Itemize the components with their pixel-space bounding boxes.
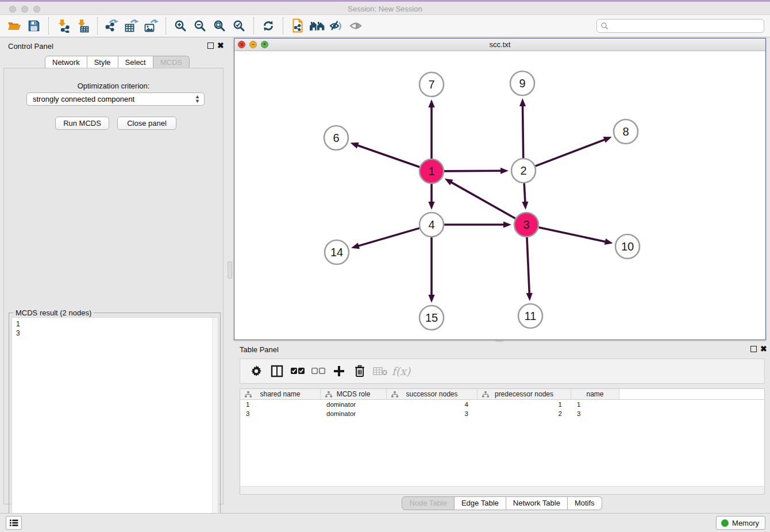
float-panel-icon[interactable] [207,43,214,49]
edge-4-14[interactable] [351,228,419,249]
arrowhead-icon [605,238,613,245]
table-tabs: Node TableEdge TableNetwork TableMotifs [234,496,770,510]
close-panel-button[interactable]: Close panel [117,117,176,130]
graph-node-8[interactable]: 8 [614,119,638,144]
run-mcds-button[interactable]: Run MCDS [55,117,109,130]
close-table-panel-icon[interactable]: ✖ [760,344,767,353]
edge-1-2[interactable] [444,168,509,174]
hide-details-icon[interactable] [327,17,346,35]
arrowhead-icon [428,295,434,303]
split-columns-icon[interactable] [267,361,287,381]
network-title: scc.txt [234,40,765,49]
graph-node-9[interactable]: 9 [510,71,534,95]
list-icon [9,519,18,527]
edge-3-1[interactable] [445,179,515,218]
edge-1-6[interactable] [351,142,420,167]
zoom-out-icon[interactable] [190,17,210,35]
table-row[interactable]: 3dominator323 [240,409,764,418]
table-tab-node-table[interactable]: Node Table [402,496,455,510]
mcds-result-item[interactable]: 1 [16,319,218,329]
node-label: 4 [428,218,434,231]
gear-icon[interactable] [246,361,267,381]
graph-node-14[interactable]: 14 [325,240,349,264]
graph-node-3[interactable]: 3 [514,213,538,237]
export-table-icon[interactable] [122,17,141,35]
table-tab-edge-table[interactable]: Edge Table [455,496,506,510]
network-window-titlebar[interactable]: x – + scc.txt [234,38,765,51]
show-details-icon[interactable] [346,17,366,35]
edge-3-11[interactable] [526,237,533,301]
graph-node-1[interactable]: 1 [419,159,444,183]
search-input[interactable] [609,21,764,31]
zoom-selected-icon[interactable] [229,17,249,35]
cell-name: 1 [571,400,619,409]
graph-node-4[interactable]: 4 [419,213,444,237]
edge-2-9[interactable] [519,98,526,158]
zoom-in-icon[interactable] [171,17,190,35]
cell-name: 3 [571,409,619,418]
import-network-icon[interactable] [53,17,73,35]
node-label: 14 [330,246,343,259]
column-header-mcds-role[interactable]: MCDS role [321,389,387,399]
graph-node-6[interactable]: 6 [324,126,348,150]
edge-1-4[interactable] [428,184,434,210]
open-file-icon[interactable] [5,17,24,35]
network-view-window: x – + scc.txt 1234678910111415 [234,38,766,340]
edge-3-10[interactable] [539,228,613,245]
edge-2-8[interactable] [536,137,612,166]
cell-mcds-role: dominator [321,400,387,409]
refresh-layout-icon[interactable] [259,17,278,35]
vertical-splitter-handle[interactable] [228,261,232,279]
float-table-panel-icon[interactable] [750,346,757,352]
import-table-icon[interactable] [73,17,93,35]
first-neighbors-icon[interactable] [307,17,327,35]
save-session-icon[interactable] [24,17,44,35]
graph-node-7[interactable]: 7 [419,72,444,97]
edge-4-3[interactable] [444,221,511,228]
mcds-result-group: MCDS result (2 nodes) 13 [9,313,221,531]
graph-node-2[interactable]: 2 [511,159,536,183]
mcds-panel: Optimization criterion: strongly connect… [3,68,224,504]
mcds-result-list[interactable]: 13 [11,317,218,529]
cell-shared-name: 1 [240,400,321,409]
column-header-name[interactable]: name [571,389,619,399]
memory-button[interactable]: Memory [716,516,765,530]
graph-node-11[interactable]: 11 [518,304,542,328]
arrowhead-icon [351,242,360,249]
network-from-selection-icon[interactable] [288,17,307,35]
table-scrollbar-track[interactable] [240,486,764,494]
graph-node-10[interactable]: 10 [615,234,640,259]
column-header-shared-name[interactable]: shared name [240,389,321,399]
table-row[interactable]: 1dominator411 [240,400,764,409]
optimization-criterion-label: Optimization criterion: [4,82,223,90]
export-network-icon[interactable] [102,17,122,35]
table-tab-motifs[interactable]: Motifs [568,496,602,510]
task-history-button[interactable] [6,516,22,530]
close-panel-icon[interactable]: ✖ [217,41,224,50]
export-image-icon[interactable] [141,17,161,35]
column-label: MCDS role [337,390,371,398]
graph-node-15[interactable]: 15 [419,306,444,330]
node-label: 1 [428,165,434,178]
zoom-fit-icon[interactable] [210,17,229,35]
column-header-successor-nodes[interactable]: successor nodes [387,389,478,399]
edge-1-7[interactable] [428,99,434,159]
toolbar-separator [165,17,166,34]
optimization-criterion-select[interactable]: strongly connected component ▲▼ [26,92,205,106]
table-tab-network-table[interactable]: Network Table [506,496,568,510]
session-title: Session: New Session [0,5,770,13]
control-panel-title: Control Panel [8,42,53,51]
result-scrollbar[interactable] [212,318,218,528]
mcds-result-item[interactable]: 3 [16,329,218,338]
edge-4-15[interactable] [428,237,434,303]
column-header-predecessor-nodes[interactable]: predecessor nodes [478,389,571,399]
cell-mcds-role: dominator [321,409,387,418]
deselect-all-icon[interactable] [308,361,329,381]
network-canvas[interactable]: 1234678910111415 [234,51,765,340]
arrowhead-icon [603,137,612,142]
select-all-icon[interactable] [287,361,308,381]
add-column-icon[interactable] [329,361,349,381]
control-panel: Control Panel ✖ NetworkStyleSelectMCDS O… [0,38,227,507]
delete-column-icon[interactable] [349,361,370,381]
edge-2-3[interactable] [522,183,528,210]
